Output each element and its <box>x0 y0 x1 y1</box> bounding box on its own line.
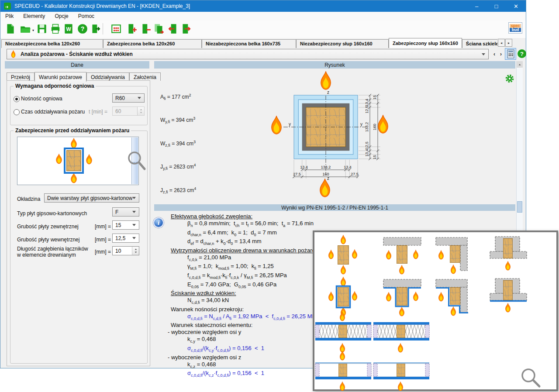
case-prev-button[interactable]: ‹ <box>491 50 497 58</box>
right-panel-header: Rysunek <box>154 61 515 69</box>
tab-warunki-pozarowe[interactable]: Warunki pożarowe <box>35 72 86 82</box>
stud-wall-insulated-fire-one-side[interactable] <box>373 312 430 355</box>
flame-icon <box>321 72 331 89</box>
cross-section-drawing: z z y y 13,4 12,5 133,2 12,5 13,4 15 160… <box>265 70 411 199</box>
dim-label: 13,4 <box>365 149 369 157</box>
specbud-logo: spec bud <box>508 22 522 34</box>
stud-wall-cavity-fire-both-sides[interactable] <box>314 351 372 392</box>
radio-nosnosc-ogniowa[interactable] <box>14 96 20 102</box>
protected-column-embedded[interactable] <box>488 276 528 318</box>
property-wzfi: Wz,fi = 394 cm3 <box>160 139 196 149</box>
outer-thickness-unit: [mm] = <box>95 224 111 230</box>
spinner-arrows-icon[interactable] <box>132 247 139 255</box>
tab-przekroj[interactable]: Przekrój <box>7 72 35 81</box>
tab-sciana-szkieletowa[interactable]: Ściana szkieletowa z słupkami 60x100 z w… <box>462 39 497 48</box>
cladding-combo[interactable]: Dwie warstwy płyt gipsowo-kartonowych <box>44 193 139 203</box>
tab-niezabezpieczony-slup-160x160[interactable]: Niezabezpieczony słup 160x160 <box>296 39 389 48</box>
copy-element-icon[interactable] <box>153 23 165 34</box>
tab-scroll-right[interactable]: ▸ <box>505 39 512 47</box>
column-under-slab-fire-3-sides[interactable] <box>380 234 424 276</box>
dim-label: 27,5 <box>351 172 359 176</box>
fastener-label: Długość zagłębienia łączników w elemenci… <box>17 246 90 258</box>
tab-scroll-left[interactable]: ◂ <box>498 39 505 47</box>
dim-label: 12,5 <box>365 106 369 113</box>
export-word-icon[interactable]: W <box>63 23 74 34</box>
screen: SPECBUD - Kalkulator Konstrukcji Drewnia… <box>0 0 559 392</box>
chevron-down-icon <box>132 224 136 226</box>
fastener-unit: [mm] = <box>95 249 111 255</box>
menu-plik[interactable]: Plik <box>0 12 18 20</box>
new-file-icon[interactable] <box>5 23 16 34</box>
fire-resistance-group: Wymagana odporność ogniowa <box>10 86 148 125</box>
scrollbar-thumb[interactable] <box>517 201 522 213</box>
property-jyfi: Jy,fi = 2623 cm4 <box>160 162 196 172</box>
stud-wall-insulated-fire-both-sides[interactable] <box>314 312 372 355</box>
fire-resistance-title: Wymagana odporność ogniowa <box>14 83 96 89</box>
close-button[interactable]: ✕ <box>506 0 526 12</box>
flame-icon <box>71 138 77 148</box>
calculator-button[interactable] <box>505 48 516 60</box>
tab-niezabezpieczona-belka-120x260[interactable]: Niezabezpieczona belka 120x260 <box>1 39 103 48</box>
magnifier-icon <box>520 367 542 389</box>
dim-label: 160 <box>373 124 377 130</box>
maximize-button[interactable]: □ <box>487 0 506 12</box>
tab-niezabezpieczona-belka-160x735[interactable]: Niezabezpieczona belka 160x735 <box>202 39 296 48</box>
column-corner-fire-2-sides[interactable] <box>433 234 473 276</box>
left-panel-header: Dane <box>5 61 149 69</box>
help-icon[interactable]: ? <box>77 23 88 34</box>
property-afi: Afi = 177 cm2 <box>160 92 196 102</box>
cladding-label: Okładzina <box>17 196 40 202</box>
spinner-arrows-icon[interactable] <box>137 107 144 115</box>
outer-thickness-combo[interactable]: 15 <box>112 220 139 230</box>
print-icon[interactable] <box>50 23 61 34</box>
result-line: βn = 0,8 mm/min; tch = tf = 56,0 min; ta… <box>187 220 515 229</box>
tab-zabezpieczony-slup-160x160[interactable]: Zabezpieczony słup 160x160 <box>389 38 462 48</box>
menu-elementy[interactable]: Elementy <box>18 12 50 20</box>
flame-icon <box>56 154 62 164</box>
add-element-icon[interactable] <box>126 23 138 34</box>
open-file-icon[interactable] <box>20 23 31 34</box>
gear-icon[interactable] <box>505 74 514 83</box>
analysis-help-button[interactable]: ? <box>518 49 526 58</box>
flame-icon <box>71 173 77 183</box>
menu-pomoc[interactable]: Pomoc <box>73 12 99 20</box>
property-jzfi: Jz,fi = 2623 cm4 <box>160 186 196 196</box>
time-unit-label: t [min] = <box>89 109 107 115</box>
fastener-spinner[interactable]: 10 <box>112 246 139 255</box>
save-icon[interactable] <box>36 23 48 34</box>
board-type-combo[interactable]: F <box>112 207 139 217</box>
exit-icon[interactable] <box>90 23 101 34</box>
chevron-down-icon <box>482 53 485 55</box>
dim-label: 13,4 <box>344 165 352 169</box>
open-dropdown-caret[interactable]: ▾ <box>32 28 34 32</box>
scroll-up-icon[interactable] <box>517 61 523 68</box>
next-element-icon[interactable] <box>180 23 192 34</box>
analysis-selector[interactable]: Analiza pożarowa - Ściskanie wzdłuż włók… <box>7 49 489 59</box>
inner-thickness-combo[interactable]: 12,5 <box>112 234 139 243</box>
fire-rating-combo[interactable]: R60 <box>112 93 145 103</box>
fire-time-spinner[interactable]: 60 <box>112 107 145 116</box>
svg-text:?: ? <box>81 25 85 32</box>
radio-czas-pozaru[interactable] <box>14 109 20 115</box>
window-title: SPECBUD - Kalkulator Konstrukcji Drewnia… <box>14 3 190 9</box>
prev-element-icon[interactable] <box>167 23 179 34</box>
menu-opcje[interactable]: Opcje <box>50 12 73 20</box>
column-fire-4-sides[interactable] <box>321 234 365 276</box>
protection-preview[interactable]: ... <box>17 137 139 185</box>
element-list-icon[interactable] <box>110 23 122 34</box>
protected-column-corner[interactable] <box>433 276 473 318</box>
minimize-button[interactable]: – <box>467 0 487 12</box>
dim-label: 15 <box>373 155 377 159</box>
dim-label: 13,4 <box>300 165 308 169</box>
dim-label: 13,4 <box>365 99 369 107</box>
tab-zalozenia[interactable]: Założenia <box>129 72 161 81</box>
tab-oddzialywania[interactable]: Oddziaływania <box>86 72 129 81</box>
column-embedded-fire-1-side[interactable] <box>488 234 528 276</box>
app-icon <box>4 3 11 10</box>
case-next-button[interactable]: › <box>498 50 504 58</box>
radio-nosnosc-label: Nośność ogniowa <box>21 96 62 102</box>
tab-zabezpieczona-belka-120x260[interactable]: Zabezpieczona belka 120x260 <box>103 39 202 48</box>
toolbar-separator <box>103 23 103 34</box>
delete-element-icon[interactable] <box>140 23 152 34</box>
stud-wall-cavity-fire-one-side[interactable] <box>373 351 430 392</box>
